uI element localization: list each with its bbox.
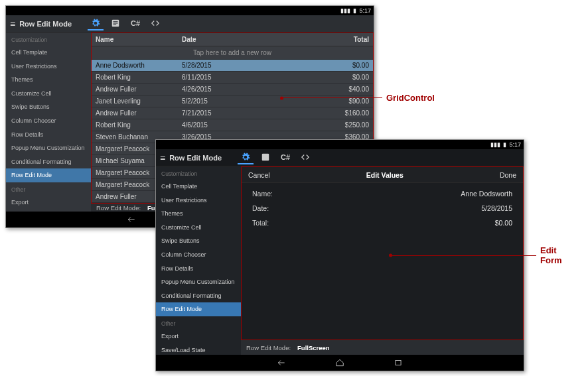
cell-date: 4/6/2015 xyxy=(178,121,271,129)
col-total[interactable]: Total xyxy=(271,36,373,43)
svg-rect-5 xyxy=(262,153,269,160)
table-row[interactable]: Andrew Fuller7/21/2015$160.00 xyxy=(92,107,373,119)
sidebar-item[interactable]: Row Edit Mode xyxy=(6,168,91,182)
cell-name: Robert King xyxy=(92,74,178,81)
edit-title: Edit Values xyxy=(366,171,404,179)
tab-xaml[interactable] xyxy=(147,17,163,31)
status-bar: ▮▮▮ ▮ 5:17 xyxy=(6,6,374,15)
home-icon[interactable] xyxy=(334,358,346,367)
field-value: Anne Dodsworth xyxy=(461,190,512,198)
signal-icon: ▮▮▮ xyxy=(490,141,500,148)
sidebar-item[interactable]: Save/Load State xyxy=(156,344,241,355)
tab-csharp[interactable]: C# xyxy=(127,17,143,31)
sidebar-item[interactable]: Swipe Buttons xyxy=(156,234,241,248)
sidebar-item[interactable]: Column Chooser xyxy=(6,114,91,128)
edit-field-row[interactable]: Total:$0.00 xyxy=(252,219,512,227)
sidebar-item[interactable]: Popup Menu Customization xyxy=(156,275,241,289)
footer: Row Edit Mode: FullScreen xyxy=(241,340,524,355)
sidebar-item[interactable]: Export xyxy=(156,330,241,344)
edit-header: Cancel Edit Values Done xyxy=(242,167,523,183)
col-name[interactable]: Name xyxy=(92,36,178,43)
sidebar-item[interactable]: Themes xyxy=(156,207,241,221)
status-time: 5:17 xyxy=(359,7,371,14)
sidebar-item[interactable]: Row Details xyxy=(6,128,91,142)
list-icon xyxy=(261,153,270,162)
footer-label: Row Edit Mode: xyxy=(246,344,291,351)
edit-field-row[interactable]: Name:Anne Dodsworth xyxy=(252,190,512,198)
footer-label: Row Edit Mode: xyxy=(96,204,141,212)
cell-name: Anne Dodsworth xyxy=(92,62,178,69)
sidebar-item[interactable]: Column Chooser xyxy=(156,248,241,262)
sidebar-item[interactable]: Row Details xyxy=(156,262,241,276)
code-icon xyxy=(151,19,160,28)
sidebar: CustomizationCell TemplateUser Restricti… xyxy=(156,166,241,355)
sidebar-item[interactable]: Row Edit Mode xyxy=(156,302,241,316)
sidebar-item[interactable]: Customize Cell xyxy=(6,87,91,101)
recents-icon[interactable] xyxy=(392,358,404,367)
sidebar-item[interactable]: Conditional Formatting xyxy=(156,289,241,303)
sidebar-item[interactable]: User Restrictions xyxy=(6,60,91,74)
status-bar: ▮▮▮ ▮ 5:17 xyxy=(156,140,524,149)
table-row[interactable]: Robert King6/11/2015$0.00 xyxy=(92,72,373,84)
tab-description[interactable] xyxy=(257,151,273,164)
cancel-button[interactable]: Cancel xyxy=(248,171,270,179)
tab-csharp[interactable]: C# xyxy=(277,151,293,164)
sidebar-item[interactable]: Cell Template xyxy=(6,46,91,60)
cell-name: Andrew Fuller xyxy=(92,86,178,93)
menu-icon[interactable]: ≡ xyxy=(10,19,15,29)
code-icon xyxy=(301,153,310,162)
menu-icon[interactable]: ≡ xyxy=(160,153,165,162)
edit-field-row[interactable]: Date:5/28/2015 xyxy=(252,204,512,212)
sidebar-item[interactable]: Popup Menu Customization xyxy=(6,141,91,155)
cell-date: 5/28/2015 xyxy=(178,62,271,69)
toolbar-title: Row Edit Mode xyxy=(19,20,72,28)
tab-description[interactable] xyxy=(108,17,123,31)
status-time: 5:17 xyxy=(509,141,521,148)
callout-grid-label: GridControl xyxy=(386,93,435,103)
cell-name: Andrew Fuller xyxy=(92,109,178,117)
table-row[interactable]: Robert King4/6/2015$250.00 xyxy=(92,119,373,131)
back-icon[interactable] xyxy=(125,215,137,224)
battery-icon: ▮ xyxy=(503,141,506,148)
callout-editform: Edit Form xyxy=(392,245,577,265)
cell-name: Robert King xyxy=(92,121,178,129)
done-button[interactable]: Done xyxy=(500,171,516,179)
sidebar-item[interactable]: Swipe Buttons xyxy=(6,100,91,114)
footer-mode[interactable]: FullScreen xyxy=(297,344,330,351)
col-date[interactable]: Date xyxy=(178,36,271,43)
cell-date: 7/21/2015 xyxy=(178,109,271,117)
sidebar-item[interactable]: Export xyxy=(6,196,91,210)
field-label: Name: xyxy=(252,190,273,198)
field-value: $0.00 xyxy=(495,219,512,227)
sidebar-item[interactable]: User Restrictions xyxy=(156,194,241,208)
cell-total: $0.00 xyxy=(271,62,373,69)
sidebar-item[interactable]: Themes xyxy=(6,73,91,87)
cell-date: 4/26/2015 xyxy=(178,86,271,93)
new-row-prompt[interactable]: Tap here to add a new row xyxy=(92,46,373,60)
sidebar-item[interactable]: Conditional Formatting xyxy=(6,155,91,169)
field-value: 5/28/2015 xyxy=(481,204,512,212)
battery-icon: ▮ xyxy=(353,7,356,14)
cell-total: $250.00 xyxy=(271,121,373,129)
sidebar-section: Customization xyxy=(156,166,241,180)
gear-icon xyxy=(241,153,250,162)
sidebar-item[interactable]: Cell Template xyxy=(156,180,241,194)
tab-settings[interactable] xyxy=(238,151,254,164)
cell-date: 6/11/2015 xyxy=(178,74,271,81)
toolbar-title: Row Edit Mode xyxy=(169,154,222,162)
cell-total: $0.00 xyxy=(271,74,373,81)
sidebar-item[interactable]: Customize Cell xyxy=(156,221,241,235)
toolbar: ≡ Row Edit Mode C# xyxy=(6,15,374,32)
sidebar-section: Customization xyxy=(6,32,91,46)
list-icon xyxy=(111,19,120,28)
sidebar-section: Other xyxy=(6,182,91,196)
cell-date: 5/2/2015 xyxy=(178,97,271,105)
tab-settings[interactable] xyxy=(88,17,104,31)
sidebar: CustomizationCell TemplateUser Restricti… xyxy=(6,32,91,212)
tab-xaml[interactable] xyxy=(297,151,313,164)
table-row[interactable]: Anne Dodsworth5/28/2015$0.00 xyxy=(92,60,373,72)
signal-icon: ▮▮▮ xyxy=(340,7,350,14)
callout-gridcontrol: GridControl xyxy=(283,93,449,103)
gear-icon xyxy=(91,19,100,28)
back-icon[interactable] xyxy=(275,358,287,367)
